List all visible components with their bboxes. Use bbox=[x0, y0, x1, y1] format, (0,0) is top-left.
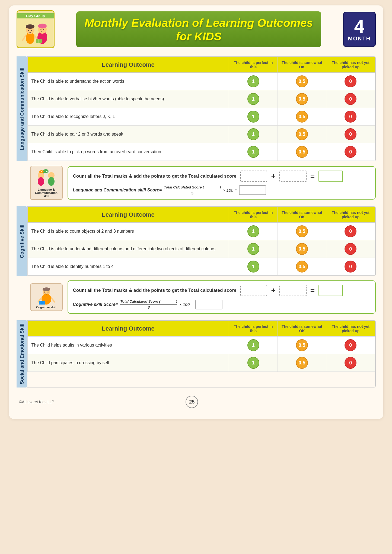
outcome-text: The Child is able to understand differen… bbox=[27, 240, 229, 258]
social-section-label: Social and Emotional Skill bbox=[17, 320, 27, 388]
language-table-wrapper: Language and Communication Skill Learnin… bbox=[17, 56, 376, 161]
footer-copyright: ©Adiuvaret Kids LLP bbox=[19, 400, 54, 404]
svg-point-26 bbox=[41, 171, 42, 172]
social-section: Social and Emotional Skill Learning Outc… bbox=[17, 320, 376, 388]
score-circle-green: 1 bbox=[247, 128, 259, 140]
cognitive-calc-marks-row: Count all the Total marks & add the poin… bbox=[73, 285, 370, 296]
score-cell-3: 0 bbox=[326, 126, 375, 143]
cognitive-formula-label: Cognitive skill Score= bbox=[73, 302, 118, 307]
outcome-text: The Child is able to recognize letters J… bbox=[27, 108, 229, 126]
month-label: MONTH bbox=[348, 36, 371, 42]
outcome-text: The Child participates in dressing by se… bbox=[27, 354, 229, 372]
cognitive-input1[interactable] bbox=[240, 285, 267, 296]
language-fraction-numerator: Total Calculated Score ( _______ ) bbox=[164, 185, 221, 190]
score-cell-1: 1 bbox=[229, 108, 278, 126]
score-cell-2: 0.5 bbox=[278, 108, 326, 126]
cognitive-table-container: Learning Outcome The child is perfect in… bbox=[27, 206, 376, 276]
score-cell-2: 0.5 bbox=[278, 73, 326, 90]
score-circle-red: 0 bbox=[345, 128, 356, 140]
language-calc-marks-row: Count all the Total marks & add the poin… bbox=[73, 171, 370, 182]
language-outcome-header: Learning Outcome bbox=[27, 57, 229, 73]
language-col2-header: The child is somewhat OK bbox=[278, 57, 326, 73]
score-circle-red: 0 bbox=[345, 111, 356, 123]
language-calc-outer: Count all the Total marks & add the poin… bbox=[68, 166, 376, 200]
score-circle-red: 0 bbox=[345, 93, 356, 105]
table-row: Then Child is able to pick up words from… bbox=[27, 143, 375, 161]
cognitive-times: × 100 = bbox=[179, 302, 193, 307]
score-cell-3: 0 bbox=[326, 240, 375, 258]
score-cell-3: 0 bbox=[326, 73, 375, 90]
cognitive-fraction-numerator: Total Calculated Score ( _______ ) bbox=[120, 299, 177, 305]
svg-point-29 bbox=[43, 287, 50, 291]
svg-point-25 bbox=[40, 172, 41, 172]
score-cell-2: 0.5 bbox=[278, 90, 326, 108]
score-circle-red: 0 bbox=[345, 243, 356, 255]
month-number: 4 bbox=[354, 17, 365, 36]
score-cell-1: 1 bbox=[229, 240, 278, 258]
score-cell-2: 0.5 bbox=[278, 223, 326, 240]
score-cell-2: 0.5 bbox=[278, 126, 326, 143]
logo-box: Play Group bbox=[17, 10, 55, 48]
social-col1-header: The child is perfect in this bbox=[229, 321, 278, 337]
outcome-text: The Child is able to identify numbers 1 … bbox=[27, 258, 229, 276]
score-cell-3: 0 bbox=[326, 354, 375, 372]
score-cell-3: 0 bbox=[326, 90, 375, 108]
cognitive-col3-header: The child has not yet picked up bbox=[326, 207, 375, 223]
score-cell-2: 0.5 bbox=[278, 337, 326, 354]
score-circle-green: 1 bbox=[247, 225, 259, 237]
score-circle-green: 1 bbox=[247, 243, 259, 255]
svg-point-22 bbox=[49, 171, 49, 172]
svg-point-5 bbox=[38, 24, 47, 28]
header: Play Group bbox=[17, 10, 376, 48]
language-input2[interactable] bbox=[279, 171, 307, 182]
score-circle-yellow: 0.5 bbox=[296, 225, 308, 237]
score-circle-green: 1 bbox=[247, 339, 259, 351]
outcome-text: The Child is able to pair 2 or 3 words a… bbox=[27, 126, 229, 143]
language-header-row: Learning Outcome The child is perfect in… bbox=[27, 57, 375, 73]
svg-point-4 bbox=[26, 24, 34, 29]
cognitive-skill-icon bbox=[36, 286, 57, 305]
language-table-container: Learning Outcome The child is perfect in… bbox=[27, 56, 376, 161]
score-circle-yellow: 0.5 bbox=[296, 357, 308, 369]
social-table: Learning Outcome The child is perfect in… bbox=[27, 321, 375, 372]
score-cell-1: 1 bbox=[229, 258, 278, 276]
language-col3-header: The child has not yet picked up bbox=[326, 57, 375, 73]
language-result[interactable] bbox=[318, 171, 343, 182]
language-skill-icon bbox=[36, 168, 57, 187]
score-circle-red: 0 bbox=[345, 146, 356, 158]
svg-point-17 bbox=[48, 177, 55, 186]
cognitive-calc-instruction: Count all the Total marks & add the poin… bbox=[73, 288, 237, 293]
cognitive-header-row: Learning Outcome The child is perfect in… bbox=[27, 207, 375, 223]
language-section: Language and Communication Skill Learnin… bbox=[17, 56, 376, 200]
language-times: × 100 = bbox=[223, 188, 237, 193]
score-cell-2: 0.5 bbox=[278, 143, 326, 161]
cognitive-fraction-denominator: 3 bbox=[148, 305, 150, 309]
cognitive-result[interactable] bbox=[318, 285, 343, 296]
outcome-text: The Child helps adults in various activi… bbox=[27, 337, 229, 354]
cognitive-section-label: Cognitive Skill bbox=[17, 206, 27, 276]
cognitive-fraction: Total Calculated Score ( _______ ) 3 bbox=[120, 299, 177, 309]
table-row: The Child is able to understand differen… bbox=[27, 240, 375, 258]
score-circle-green: 1 bbox=[247, 93, 259, 105]
month-box: 4 MONTH bbox=[343, 12, 376, 47]
score-circle-yellow: 0.5 bbox=[296, 75, 308, 87]
table-row: The Child participates in dressing by se… bbox=[27, 354, 375, 372]
language-score-result[interactable] bbox=[239, 185, 266, 195]
score-cell-1: 1 bbox=[229, 126, 278, 143]
table-row: The Child is able to pair 2 or 3 words a… bbox=[27, 126, 375, 143]
cognitive-input2[interactable] bbox=[279, 285, 307, 296]
cognitive-score-result[interactable] bbox=[195, 300, 222, 309]
score-circle-yellow: 0.5 bbox=[296, 339, 308, 351]
language-formula-label: Language and Communication skill Score= bbox=[73, 188, 162, 193]
cognitive-skill-icon-box: Cognitive skill bbox=[30, 283, 63, 311]
table-row: The Child is able to recognize letters J… bbox=[27, 108, 375, 126]
score-cell-3: 0 bbox=[326, 108, 375, 126]
cognitive-equals: = bbox=[310, 286, 315, 295]
score-cell-3: 0 bbox=[326, 223, 375, 240]
score-cell-1: 1 bbox=[229, 337, 278, 354]
score-circle-yellow: 0.5 bbox=[296, 93, 308, 105]
score-circle-red: 0 bbox=[345, 339, 356, 351]
language-table: Learning Outcome The child is perfect in… bbox=[27, 57, 375, 161]
score-cell-1: 1 bbox=[229, 354, 278, 372]
language-input1[interactable] bbox=[240, 171, 267, 182]
